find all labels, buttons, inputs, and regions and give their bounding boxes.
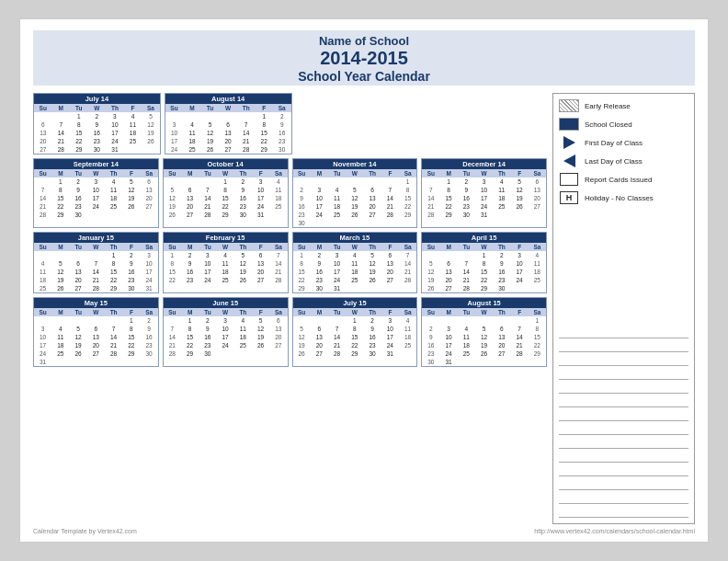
calendar-day: 11 bbox=[269, 186, 287, 194]
calendar-day: 27 bbox=[381, 276, 399, 284]
calendar-day: 6 bbox=[219, 120, 237, 129]
calendar-day: 3 bbox=[511, 251, 529, 259]
calendar-day: 30 bbox=[493, 284, 510, 292]
calendar-day: 4 bbox=[328, 186, 346, 194]
calendar-day: 30 bbox=[364, 349, 381, 358]
calendar-day: 24 bbox=[381, 341, 399, 349]
calendar-day: 6 bbox=[493, 325, 510, 333]
calendar-day bbox=[124, 145, 142, 154]
dow-header: M bbox=[311, 308, 328, 316]
calendar-day: 30 bbox=[70, 211, 87, 219]
calendar-day: 18 bbox=[399, 333, 416, 341]
dow-header: F bbox=[381, 169, 399, 177]
calendar-day bbox=[105, 316, 122, 325]
calendar-day: 25 bbox=[269, 202, 287, 211]
dow-header: Sa bbox=[399, 308, 416, 316]
calendar-day: 15 bbox=[105, 268, 122, 276]
calendar-day: 13 bbox=[364, 194, 381, 202]
calendar-day: 26 bbox=[70, 349, 87, 358]
calendar-day bbox=[34, 177, 51, 186]
dow-header: W bbox=[217, 169, 234, 177]
calendar-day bbox=[529, 284, 546, 292]
calendar-day bbox=[269, 211, 287, 219]
calendar-day: 1 bbox=[293, 251, 311, 259]
calendar-day: 18 bbox=[493, 194, 510, 202]
calendar-day: 18 bbox=[328, 202, 346, 211]
calendar-day: 20 bbox=[529, 194, 546, 202]
calendar-day: 26 bbox=[234, 276, 252, 284]
dow-header: Su bbox=[422, 169, 439, 177]
dow-header: Su bbox=[34, 169, 51, 177]
dow-header: Tu bbox=[199, 308, 216, 316]
cal-grid-July-14: SuMTuWThFSa 1234567891011121314151617181… bbox=[34, 104, 160, 154]
calendar-day: 14 bbox=[328, 333, 346, 341]
calendar-day bbox=[328, 177, 346, 186]
cal-header-November-14: November 14 bbox=[293, 159, 417, 169]
calendar-day: 27 bbox=[269, 341, 287, 349]
dow-header: M bbox=[311, 243, 328, 251]
calendar-day: 21 bbox=[381, 202, 399, 211]
calendar-day: 12 bbox=[51, 268, 69, 276]
calendar-day: 16 bbox=[293, 202, 311, 211]
dow-header: F bbox=[381, 308, 399, 316]
calendar-day: 2 bbox=[88, 112, 107, 120]
calendar-day: 19 bbox=[70, 341, 87, 349]
header: Name of School 2014-2015 School Year Cal… bbox=[33, 30, 695, 86]
calendar-day: 15 bbox=[51, 194, 69, 202]
calendar-day bbox=[458, 316, 475, 325]
cal-header-July-14: July 14 bbox=[34, 94, 160, 104]
calendar-day: 3 bbox=[381, 316, 399, 325]
calendar-day: 22 bbox=[399, 202, 416, 211]
calendar-day: 28 bbox=[237, 145, 256, 154]
calendar-day: 21 bbox=[328, 341, 346, 349]
calendar-day bbox=[346, 284, 363, 292]
calendar-day: 17 bbox=[106, 129, 124, 137]
calendar-day: 14 bbox=[422, 194, 439, 202]
calendar-day: 29 bbox=[440, 211, 458, 219]
dow-header: M bbox=[183, 104, 201, 112]
calendar-day: 8 bbox=[293, 259, 311, 268]
footer: Calendar Template by Vertex42.com http:/… bbox=[33, 528, 695, 534]
calendar-day bbox=[293, 316, 311, 325]
calendar-day: 4 bbox=[217, 251, 234, 259]
calendar-day: 17 bbox=[217, 333, 234, 341]
calendar-day: 6 bbox=[181, 186, 199, 194]
dow-header: Th bbox=[234, 169, 252, 177]
calendar-day: 3 bbox=[199, 251, 216, 259]
calendar-day: 31 bbox=[440, 358, 458, 366]
calendar-day: 7 bbox=[52, 120, 71, 129]
calendar-day bbox=[199, 177, 216, 186]
first-day-label: First Day of Class bbox=[585, 139, 643, 147]
calendar-day: 20 bbox=[181, 202, 199, 211]
calendar-day: 22 bbox=[51, 202, 69, 211]
calendar-day: 14 bbox=[52, 129, 71, 137]
calendar-day: 3 bbox=[311, 186, 328, 194]
calendar-day: 17 bbox=[252, 194, 269, 202]
calendar-day: 27 bbox=[311, 349, 328, 358]
calendar-day: 31 bbox=[34, 358, 51, 366]
calendar-day bbox=[511, 316, 529, 325]
calendar-day: 18 bbox=[269, 194, 287, 202]
calendar-day: 6 bbox=[70, 259, 87, 268]
calendar-day: 16 bbox=[273, 129, 291, 137]
calendar-day: 9 bbox=[122, 259, 140, 268]
calendar-day: 14 bbox=[164, 333, 181, 341]
calendar-day bbox=[475, 316, 493, 325]
calendar-day: 23 bbox=[234, 202, 252, 211]
calendar-day: 29 bbox=[293, 284, 311, 292]
calendar-day: 23 bbox=[293, 211, 311, 219]
calendar-day: 15 bbox=[122, 333, 140, 341]
calendar-day: 30 bbox=[234, 211, 252, 219]
dow-header: Th bbox=[364, 243, 381, 251]
dow-header: Tu bbox=[199, 243, 216, 251]
dow-header: W bbox=[475, 169, 493, 177]
calendar-day: 9 bbox=[141, 325, 158, 333]
dow-header: Th bbox=[364, 308, 381, 316]
calendar-day: 1 bbox=[122, 316, 140, 325]
calendar-day: 24 bbox=[475, 202, 493, 211]
dow-header: Th bbox=[234, 243, 252, 251]
calendar-day: 23 bbox=[70, 202, 87, 211]
h-box-shape: H bbox=[560, 191, 578, 204]
calendar-day: 1 bbox=[255, 112, 273, 120]
calendar-day: 5 bbox=[234, 251, 252, 259]
